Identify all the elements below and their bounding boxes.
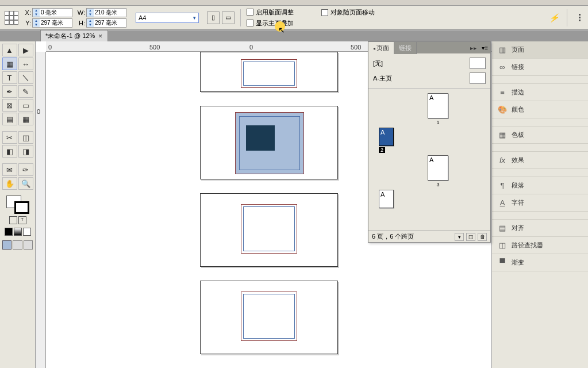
spread-1[interactable]	[200, 52, 338, 92]
type-tool[interactable]: T	[2, 71, 17, 84]
w-input[interactable]: ▲▼	[86, 8, 126, 17]
gradient-swatch-tool[interactable]: ◧	[2, 145, 17, 158]
line-tool[interactable]: ＼	[18, 71, 33, 84]
gradient-feather-tool[interactable]: ◨	[18, 145, 33, 158]
zoom-tool[interactable]: 🔍	[18, 177, 33, 190]
panel-pathfinder[interactable]: ◫路径查找器	[492, 237, 588, 254]
page-thumb-2[interactable]: A 2	[368, 128, 490, 153]
panel-paragraph[interactable]: ¶段落	[492, 177, 588, 194]
x-label: X:	[23, 9, 31, 16]
panel-gradient[interactable]: ▀渐变	[492, 254, 588, 271]
pathfinder-icon: ◫	[498, 241, 507, 250]
stroke-icon: ≡	[498, 88, 507, 97]
rectangle-tool[interactable]: ▭	[18, 99, 33, 112]
panel-pages[interactable]: ▥页面	[492, 41, 588, 59]
placed-rectangle[interactable]	[246, 125, 275, 151]
pen-tool[interactable]: ✒	[2, 85, 17, 98]
delete-page-button[interactable]: 🗑	[478, 233, 487, 241]
gpu-icon[interactable]: ⚡	[549, 13, 559, 22]
selection-tool[interactable]: ▲	[2, 44, 17, 56]
scissors-tool[interactable]: ✂	[2, 131, 17, 144]
y-label: Y:	[23, 20, 31, 26]
pages-panel-tabs: ◂页面 链接 ▸▸ ▾≡	[368, 42, 490, 53]
y-input[interactable]: ▲▼	[32, 18, 72, 28]
gap-tool[interactable]: ↔	[18, 57, 33, 70]
panel-collapse-icon[interactable]: ▸▸	[468, 45, 479, 51]
fill-stroke-swatch[interactable]	[6, 195, 29, 214]
spread-2[interactable]	[200, 106, 338, 179]
effects-icon: fx	[498, 156, 507, 165]
character-icon: A	[498, 198, 507, 208]
table-tool[interactable]: ▤	[2, 113, 17, 125]
orientation-portrait-button[interactable]: ▯	[207, 12, 220, 24]
page-count-label: 6 页，6 个跨页	[372, 232, 414, 241]
page-thumb-3[interactable]: A 3	[368, 155, 490, 187]
pages-panel-footer: 6 页，6 个跨页 ▾ ◫ 🗑	[368, 231, 490, 242]
panel-color[interactable]: 🎨颜色	[492, 101, 588, 118]
close-tab-icon[interactable]: ✕	[98, 33, 103, 39]
grid-tool[interactable]: ▦	[18, 113, 33, 125]
pages-panel[interactable]: ◂页面 链接 ▸▸ ▾≡ [无] A-主页 A 1 A 2 A 3 A 6 页，…	[368, 41, 491, 243]
master-a-thumb[interactable]	[470, 72, 486, 84]
page-tool[interactable]: ▦	[2, 57, 17, 70]
master-none-thumb[interactable]	[470, 57, 486, 69]
ruler-vertical: 0	[36, 52, 46, 368]
separator	[240, 9, 241, 26]
swatches-icon: ▦	[498, 131, 507, 140]
menu-bar	[0, 0, 588, 6]
page-thumb-1[interactable]: A 1	[368, 93, 490, 125]
view-mode-normal[interactable]	[2, 240, 11, 250]
free-transform-tool[interactable]: ◫	[18, 131, 33, 144]
reference-point-grid[interactable]	[5, 11, 18, 25]
apply-gradient[interactable]	[14, 228, 22, 236]
pages-list[interactable]: A 1 A 2 A 3 A	[368, 89, 490, 231]
panel-stroke[interactable]: ≡描边	[492, 84, 588, 101]
dropdown-icon: ▾	[193, 15, 196, 21]
master-a[interactable]: A-主页	[373, 74, 392, 83]
more-options-icon[interactable]	[575, 14, 583, 21]
panel-menu-icon[interactable]: ▾≡	[479, 45, 490, 51]
panel-align[interactable]: ▤对齐	[492, 220, 588, 237]
note-tool[interactable]: ✉	[2, 163, 17, 176]
rectangle-frame-tool[interactable]: ⊠	[2, 99, 17, 112]
panel-dock: ▥页面 ∞链接 ≡描边 🎨颜色 ▦色板 fx效果 ¶段落 A字符 ▤对齐 ◫路径…	[491, 41, 588, 368]
apply-none[interactable]	[23, 228, 31, 236]
pages-icon: ▥	[498, 45, 507, 55]
orientation-landscape-button[interactable]: ▭	[222, 12, 235, 24]
apply-color-black[interactable]	[5, 228, 13, 236]
panel-links[interactable]: ∞链接	[492, 59, 588, 76]
objects-move-checkbox[interactable]: 对象随页面移动	[321, 8, 375, 17]
swap-fill-stroke-icon[interactable]: T	[18, 216, 26, 224]
new-page-button[interactable]: ◫	[466, 233, 475, 241]
edit-page-size-button[interactable]: ▾	[455, 233, 464, 241]
direct-selection-tool[interactable]: ▶	[18, 44, 33, 56]
links-tab[interactable]: 链接	[394, 42, 417, 54]
x-input[interactable]: ▲▼	[32, 8, 72, 17]
page-thumb-4[interactable]: A	[368, 190, 490, 208]
panel-character[interactable]: A字符	[492, 194, 588, 212]
masters-section: [无] A-主页	[368, 53, 490, 89]
spread-4[interactable]	[200, 281, 338, 354]
view-mode-bleed[interactable]	[24, 240, 33, 250]
hand-tool[interactable]: ✋	[2, 177, 17, 190]
master-none[interactable]: [无]	[373, 59, 383, 68]
pages-tab[interactable]: ◂页面	[368, 42, 394, 54]
document-tab[interactable]: *未命名-1 @ 12% ✕	[40, 30, 108, 41]
show-master-overlay-checkbox[interactable]: 显示主页叠加	[247, 19, 294, 28]
h-input[interactable]: ▲▼	[86, 18, 126, 28]
spread-3[interactable]	[200, 193, 338, 267]
enable-layout-adjust-checkbox[interactable]: 启用版面调整	[247, 8, 294, 17]
w-label: W:	[77, 9, 85, 16]
paragraph-icon: ¶	[498, 181, 507, 190]
panel-swatches[interactable]: ▦色板	[492, 126, 588, 144]
panel-effects[interactable]: fx效果	[492, 152, 588, 169]
default-fill-stroke-icon[interactable]	[9, 216, 17, 224]
align-icon: ▤	[498, 224, 507, 233]
view-mode-preview[interactable]	[13, 240, 22, 250]
eyedropper-tool[interactable]: ✑	[18, 163, 33, 176]
page-size-dropdown[interactable]: A4 ▾	[136, 13, 199, 23]
gradient-icon: ▀	[498, 258, 507, 267]
pencil-tool[interactable]: ✎	[18, 85, 33, 98]
h-label: H:	[77, 20, 85, 26]
links-icon: ∞	[498, 63, 507, 72]
